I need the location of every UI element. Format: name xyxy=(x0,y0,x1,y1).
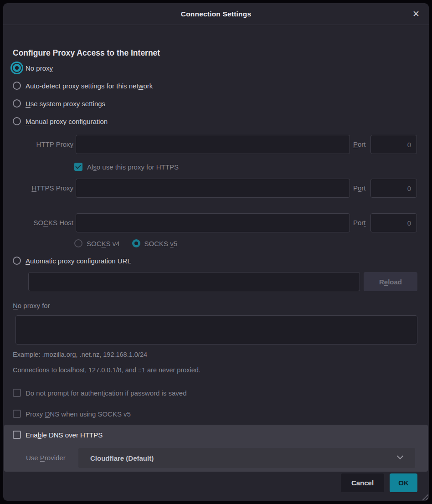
radio-label: SOCKS v5 xyxy=(144,240,178,247)
http-port-label: Port xyxy=(353,135,366,154)
radio-label: Auto-detect proxy settings for this netw… xyxy=(26,82,153,90)
doh-provider-value: Cloudflare (Default) xyxy=(90,454,154,462)
socks-host-label: SOCKS Host xyxy=(3,213,73,232)
checkbox-label: Proxy DNS when using SOCKS v5 xyxy=(26,410,131,418)
checkbox-icon xyxy=(13,431,21,439)
example-text: Example: .mozilla.org, .net.nz, 192.168.… xyxy=(13,351,147,358)
checkbox-label: Do not prompt for authentication if pass… xyxy=(26,389,187,397)
socks-port-input xyxy=(370,213,417,232)
radio-icon xyxy=(13,64,21,72)
radio-icon xyxy=(13,257,21,265)
radio-system-proxy[interactable]: Use system proxy settings xyxy=(13,98,105,109)
radio-label: Use system proxy settings xyxy=(26,100,105,108)
checkbox-label: Also use this proxy for HTTPS xyxy=(87,163,179,171)
titlebar: Connection Settings ✕ xyxy=(3,3,429,25)
radio-manual-proxy[interactable]: Manual proxy configuration xyxy=(13,116,108,127)
radio-icon xyxy=(13,99,21,108)
resize-grip[interactable] xyxy=(420,492,428,500)
https-port-label: Port xyxy=(353,179,366,198)
socks-port-label: Port xyxy=(353,213,366,232)
no-auth-prompt-checkbox: Do not prompt for authentication if pass… xyxy=(13,387,187,398)
radio-auto-detect[interactable]: Auto-detect proxy settings for this netw… xyxy=(13,80,153,91)
radio-label: SOCKS v4 xyxy=(87,240,120,247)
also-https-checkbox: Also use this proxy for HTTPS xyxy=(74,161,179,172)
radio-auto-url[interactable]: Automatic proxy configuration URL xyxy=(13,255,131,266)
checkbox-icon xyxy=(13,410,21,418)
https-proxy-input xyxy=(76,179,350,198)
checkbox-icon xyxy=(74,163,82,171)
cancel-button[interactable]: Cancel xyxy=(341,473,384,492)
radio-socks-v4 xyxy=(74,239,82,247)
autoconfig-url-input xyxy=(28,272,360,291)
reload-button: Reload xyxy=(364,272,417,291)
radio-label: No proxy xyxy=(26,64,53,72)
radio-icon xyxy=(13,117,21,125)
checkbox-label: Enable DNS over HTTPS xyxy=(26,431,103,439)
checkbox-icon xyxy=(13,389,21,397)
radio-label: Automatic proxy configuration URL xyxy=(26,257,131,265)
radio-socks-v5 xyxy=(132,239,140,247)
doh-provider-select: Cloudflare (Default) xyxy=(78,448,415,468)
doh-provider-row: Use Provider Cloudflare (Default) xyxy=(4,448,416,468)
no-proxy-for-textarea xyxy=(15,315,417,345)
http-proxy-label: HTTP Proxy xyxy=(3,135,73,154)
doh-section: Enable DNS over HTTPS Use Provider Cloud… xyxy=(4,425,428,472)
radio-label: Manual proxy configuration xyxy=(26,118,108,125)
dialog-title: Connection Settings xyxy=(181,10,252,18)
http-proxy-input xyxy=(76,135,350,154)
localhost-note: Connections to localhost, 127.0.0.1/8, a… xyxy=(13,366,201,374)
proxy-dns-checkbox: Proxy DNS when using SOCKS v5 xyxy=(13,408,131,419)
enable-doh-checkbox[interactable]: Enable DNS over HTTPS xyxy=(13,429,103,440)
connection-settings-dialog: Connection Settings ✕ Configure Proxy Ac… xyxy=(3,3,429,501)
screen-background: Connection Settings ✕ Configure Proxy Ac… xyxy=(0,0,432,504)
socks-version-group: SOCKS v4 SOCKS v5 xyxy=(74,238,177,249)
socks-host-input xyxy=(76,213,350,232)
radio-icon xyxy=(13,82,21,90)
http-port-input xyxy=(370,135,417,154)
close-icon[interactable]: ✕ xyxy=(410,8,422,21)
ok-button[interactable]: OK xyxy=(390,473,417,492)
https-proxy-label: HTTPS Proxy xyxy=(3,179,73,198)
no-proxy-for-label: No proxy for xyxy=(13,302,50,309)
doh-provider-label: Use Provider xyxy=(26,448,66,468)
chevron-down-icon xyxy=(397,453,403,459)
page-title: Configure Proxy Access to the Internet xyxy=(13,48,160,58)
https-port-input xyxy=(370,179,417,198)
radio-no-proxy[interactable]: No proxy xyxy=(13,62,53,73)
